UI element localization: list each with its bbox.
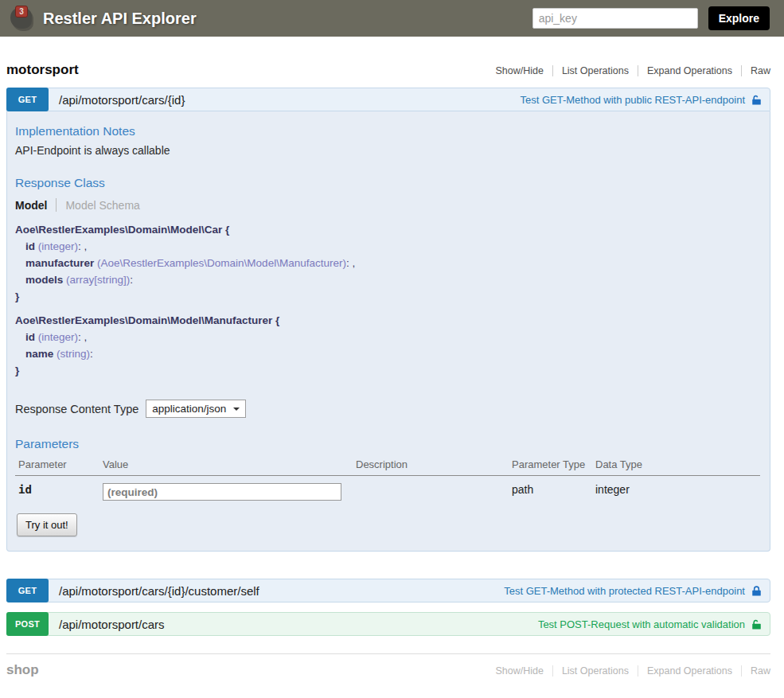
model-open-line: Aoe\RestlerExamples\Domain\Model\Manufac… [15, 312, 760, 329]
model-property: manufacturer (Aoe\RestlerExamples\Domain… [25, 255, 760, 271]
property-sep: : [130, 274, 133, 286]
response-content-type-row: Response Content Type application/json [15, 400, 760, 418]
model-signature-car: Aoe\RestlerExamples\Domain\Model\Car { i… [15, 221, 760, 305]
list-operations-link[interactable]: List Operations [552, 65, 638, 76]
app-header: 3 Restler API Explorer Explore [0, 0, 784, 37]
property-type: (integer) [38, 331, 78, 343]
parameters-heading: Parameters [15, 437, 760, 451]
property-sep: : , [78, 331, 87, 343]
operation-details: Implementation Notes API-Endpoint is alw… [6, 111, 770, 552]
endpoint-access-link[interactable]: Test POST-Request with automatic validat… [538, 618, 763, 630]
resource-title-motorsport: motorsport [6, 62, 79, 78]
endpoint-path-link[interactable]: /api/motorsport/cars [59, 618, 165, 631]
endpoint-access-label: Test GET-Method with protected REST-API-… [504, 585, 745, 597]
list-operations-link[interactable]: List Operations [552, 665, 638, 677]
col-header-description: Description [353, 453, 509, 476]
model-open-line: Aoe\RestlerExamples\Domain\Model\Car { [15, 221, 760, 238]
tab-model[interactable]: Model [15, 199, 56, 212]
parameter-description [353, 476, 509, 503]
col-header-value: Value [99, 453, 353, 476]
endpoint-get-cars-id: GET /api/motorsport/cars/{id} Test GET-M… [6, 88, 770, 552]
show-hide-link[interactable]: Show/Hide [486, 65, 552, 76]
col-header-data-type: Data Type [592, 453, 760, 476]
unlock-icon [751, 618, 763, 630]
endpoint-header[interactable]: POST /api/motorsport/cars Test POST-Requ… [6, 612, 770, 636]
property-sep: : [90, 348, 93, 360]
property-name: name [25, 348, 53, 360]
property-name: manufacturer [25, 257, 94, 269]
model-property: name (string): [25, 345, 760, 362]
logo-badge: 3 [15, 6, 28, 18]
col-header-parameter: Parameter [15, 453, 99, 476]
endpoint-access-label: Test POST-Request with automatic validat… [538, 618, 745, 630]
response-content-type-label: Response Content Type [15, 403, 138, 415]
model-signature-manufacturer: Aoe\RestlerExamples\Domain\Model\Manufac… [15, 312, 760, 379]
tab-model-schema[interactable]: Model Schema [57, 199, 139, 212]
http-method-badge: POST [6, 612, 49, 636]
raw-link[interactable]: Raw [741, 65, 770, 76]
property-name: models [25, 274, 63, 286]
resource-title-shop: shop [6, 662, 39, 678]
parameter-value-input[interactable] [103, 483, 341, 501]
property-sep: : , [346, 257, 355, 269]
expand-operations-link[interactable]: Expand Operations [638, 665, 741, 677]
endpoint-post-cars: POST /api/motorsport/cars Test POST-Requ… [6, 612, 770, 636]
raw-link[interactable]: Raw [741, 665, 770, 677]
restler-logo-icon: 3 [8, 3, 37, 33]
response-content-type-select[interactable]: application/json [146, 400, 246, 418]
endpoint-access-link[interactable]: Test GET-Method with public REST-API-end… [520, 94, 763, 106]
try-it-out-button[interactable]: Try it out! [17, 513, 77, 536]
endpoint-get-customer-self: GET /api/motorsport/cars/{id}/customer/s… [6, 579, 770, 602]
property-type: (string) [57, 348, 90, 360]
implementation-notes-heading: Implementation Notes [15, 124, 760, 138]
parameters-table-header-row: Parameter Value Description Parameter Ty… [15, 453, 760, 476]
col-header-parameter-type: Parameter Type [509, 453, 592, 476]
model-close-line: } [15, 362, 760, 379]
endpoint-access-label: Test GET-Method with public REST-API-end… [520, 94, 745, 106]
model-close-line: } [15, 288, 760, 305]
http-method-badge: GET [6, 579, 49, 602]
show-hide-link[interactable]: Show/Hide [486, 665, 552, 677]
api-key-input[interactable] [532, 8, 698, 29]
endpoint-access-link[interactable]: Test GET-Method with protected REST-API-… [504, 585, 763, 597]
resource-header: motorsport Show/Hide List Operations Exp… [6, 62, 770, 78]
unlock-icon [751, 94, 763, 106]
property-name: id [25, 331, 35, 343]
resource-operations-menu: Show/Hide List Operations Expand Operati… [486, 65, 770, 76]
response-class-heading: Response Class [15, 176, 760, 190]
implementation-notes-text: API-Endpoint is always callable [15, 144, 760, 157]
model-tabs: Model Model Schema [15, 198, 760, 212]
expand-operations-link[interactable]: Expand Operations [638, 65, 741, 76]
property-type: (Aoe\RestlerExamples\Domain\Model\Manufa… [97, 257, 346, 269]
lock-icon [751, 585, 763, 597]
http-method-badge: GET [6, 88, 49, 111]
app-title: Restler API Explorer [43, 10, 197, 28]
parameter-type-value: path [509, 476, 592, 503]
parameter-row: id path integer [15, 476, 760, 503]
model-property: id (integer): , [25, 329, 760, 345]
property-sep: : , [78, 240, 87, 252]
parameters-table: Parameter Value Description Parameter Ty… [15, 453, 760, 502]
model-property: id (integer): , [25, 238, 760, 255]
resource-section-shop: shop Show/Hide List Operations Expand Op… [6, 653, 770, 688]
parameter-data-type-value: integer [592, 476, 760, 503]
resource-operations-menu: Show/Hide List Operations Expand Operati… [486, 665, 770, 677]
property-type: (array[string]) [66, 274, 130, 286]
endpoint-header[interactable]: GET /api/motorsport/cars/{id}/customer/s… [6, 579, 770, 602]
endpoint-header[interactable]: GET /api/motorsport/cars/{id} Test GET-M… [6, 88, 770, 111]
main-content: motorsport Show/Hide List Operations Exp… [0, 62, 784, 698]
model-property: models (array[string]): [25, 271, 760, 288]
endpoint-path-link[interactable]: /api/motorsport/cars/{id}/customer/self [59, 584, 259, 598]
property-name: id [25, 240, 35, 252]
endpoint-path-link[interactable]: /api/motorsport/cars/{id} [59, 93, 185, 107]
explore-button[interactable]: Explore [708, 6, 770, 30]
property-type: (integer) [38, 240, 78, 252]
resource-header: shop Show/Hide List Operations Expand Op… [6, 662, 770, 678]
parameter-name: id [15, 476, 99, 503]
resource-section-motorsport: motorsport Show/Hide List Operations Exp… [6, 62, 770, 636]
